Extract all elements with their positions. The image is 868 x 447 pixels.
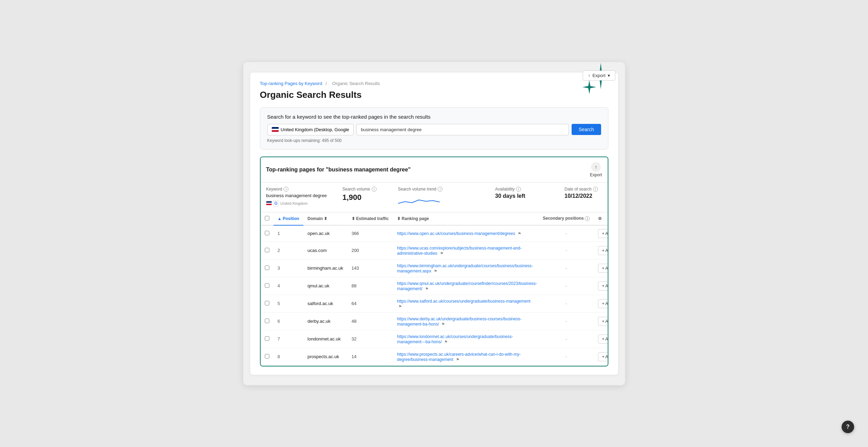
row-actions: + Add as competitor [594,225,607,242]
breadcrumb: Top-ranking Pages by Keyword / Organic S… [260,81,608,86]
row-actions: + Add as competitor [594,277,607,295]
ranking-page-link[interactable]: https://www.birmingham.ac.uk/undergradua… [397,263,533,273]
trend-info-icon: i [438,187,443,192]
keyword-lookups-text: Keyword look-ups remaining: 495 of 500 [267,138,601,143]
ranking-page-link[interactable]: https://www.ucas.com/explore/subjects/bu… [397,246,522,256]
svg-marker-1 [582,80,596,94]
th-estimated-traffic[interactable]: ⬍ Estimated traffic [347,212,393,225]
trend-col: Search volume trend i [398,187,495,208]
google-badge: G [273,200,279,206]
ranking-page-link[interactable]: https://www.derby.ac.uk/undergraduate/bu… [397,317,522,327]
th-actions[interactable]: ⚙ [594,212,607,225]
chevron-down-icon: ▾ [608,73,610,78]
keyword-input[interactable] [356,124,569,135]
row-checkbox-1[interactable] [265,248,269,252]
row-ranking-page: https://www.open.ac.uk/courses/business-… [393,225,539,242]
location-value: United Kingdom (Desktop, Google [281,127,349,132]
add-competitor-button[interactable]: + Add as competitor [598,299,607,308]
breadcrumb-parent-link[interactable]: Top-ranking Pages by Keyword [260,81,322,86]
results-title: Top-ranking pages for "business manageme… [266,167,411,173]
th-domain[interactable]: Domain ⬍ [303,212,347,225]
settings-icon[interactable]: ⚙ [598,216,602,221]
row-secondary-positions: - [539,259,594,277]
ranking-page-link[interactable]: https://www.open.ac.uk/courses/business-… [397,231,515,236]
table-row: 6 derby.ac.uk 48 https://www.derby.ac.uk… [261,312,608,330]
row-checkbox-cell [261,277,273,295]
add-competitor-button[interactable]: + Add as competitor [598,352,607,361]
row-position: 6 [273,312,304,330]
date-info-icon: i [593,187,598,192]
add-competitor-button[interactable]: + Add as competitor [598,229,607,238]
row-secondary-positions: - [539,348,594,365]
row-checkbox-cell [261,259,273,277]
row-secondary-positions: - [539,242,594,259]
row-position: 2 [273,242,304,259]
add-competitor-button[interactable]: + Add as competitor [598,264,607,273]
row-position: 3 [273,259,304,277]
row-checkbox-0[interactable] [265,231,269,235]
search-volume-col: Search volume i 1,900 [343,187,398,208]
top-export-button[interactable]: ↑ Export ▾ [583,70,615,81]
table-row: 5 salford.ac.uk 64 https://www.salford.a… [261,295,608,312]
help-button[interactable]: ? [842,421,854,433]
row-checkbox-5[interactable] [265,319,269,323]
select-all-checkbox[interactable] [265,216,269,220]
row-domain: ucas.com [303,242,347,259]
row-checkbox-cell [261,295,273,312]
table-row: 8 prospects.ac.uk 14 https://www.prospec… [261,348,608,365]
row-ranking-page: https://www.birmingham.ac.uk/undergradua… [393,259,539,277]
keyword-header: Keyword i [266,187,343,192]
table-row: 7 londonmet.ac.uk 32 https://www.londonm… [261,330,608,348]
search-label: Search for a keyword to see the top-rank… [267,114,601,120]
page-icon: ⚑ [444,340,448,344]
page-icon: ⚑ [441,322,445,327]
row-domain: londonmet.ac.uk [303,330,347,348]
availability-info-icon: i [516,187,521,192]
row-checkbox-2[interactable] [265,265,269,270]
th-ranking-page[interactable]: ⬍ Ranking page [393,212,539,225]
row-position: 5 [273,295,304,312]
th-checkbox [261,212,273,225]
row-position: 4 [273,277,304,295]
secondary-positions-info-icon: i [585,216,590,221]
date-col: Date of search i 10/12/2022 [565,187,608,208]
page-icon: ⚑ [518,231,521,236]
search-volume-value: 1,900 [343,193,398,202]
row-domain: salford.ac.uk [303,295,347,312]
availability-value: 30 days left [495,193,565,199]
search-button[interactable]: Search [572,124,601,135]
ranking-page-link[interactable]: https://www.londonmet.ac.uk/courses/unde… [397,334,513,344]
results-header: Top-ranking pages for "business manageme… [261,157,608,183]
row-traffic: 64 [347,295,393,312]
row-checkbox-7[interactable] [265,354,269,359]
page-icon: ⚑ [434,269,437,273]
ranking-page-link[interactable]: https://www.salford.ac.uk/courses/underg… [397,299,530,304]
row-checkbox-3[interactable] [265,283,269,288]
results-export-button[interactable]: ↑ Export [590,162,602,177]
add-competitor-button[interactable]: + Add as competitor [598,281,607,290]
add-competitor-button[interactable]: + Add as competitor [598,335,607,344]
location-select[interactable]: United Kingdom (Desktop, Google [267,124,354,135]
row-checkbox-cell [261,225,273,242]
row-domain: birmingham.ac.uk [303,259,347,277]
search-section: Search for a keyword to see the top-rank… [260,107,608,150]
keyword-badges: G United Kingdom [266,200,343,206]
row-traffic: 143 [347,259,393,277]
availability-header: Availability i [495,187,565,192]
keyword-info-icon: i [284,187,288,192]
row-traffic: 48 [347,312,393,330]
row-ranking-page: https://www.qmul.ac.uk/undergraduate/cou… [393,277,539,295]
results-section: Top-ranking pages for "business manageme… [260,157,608,366]
row-checkbox-6[interactable] [265,336,269,341]
row-ranking-page: https://www.prospects.ac.uk/careers-advi… [393,348,539,365]
row-checkbox-4[interactable] [265,301,269,305]
row-ranking-page: https://www.salford.ac.uk/courses/underg… [393,295,539,312]
add-competitor-button[interactable]: + Add as competitor [598,317,607,326]
row-secondary-positions: - [539,330,594,348]
date-value: 10/12/2022 [565,193,608,199]
add-competitor-button[interactable]: + Add as competitor [598,246,607,255]
top-export-label: Export [592,73,606,78]
row-checkbox-cell [261,312,273,330]
th-position[interactable]: ▲ Position [273,212,304,225]
ranking-page-link[interactable]: https://www.qmul.ac.uk/undergraduate/cou… [397,281,537,291]
